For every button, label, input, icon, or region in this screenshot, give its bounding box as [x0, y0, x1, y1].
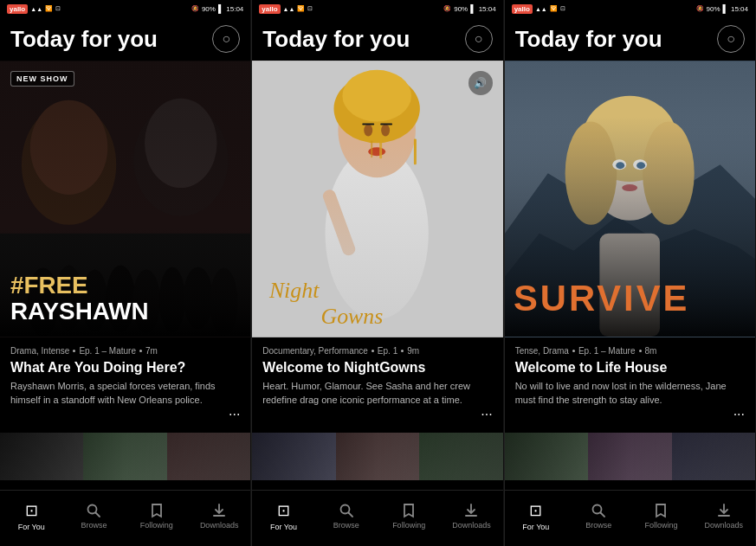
- avatar-button-2[interactable]: ○: [465, 25, 493, 53]
- show-desc-1: Rayshawn Morris, a special forces vetera…: [10, 380, 240, 407]
- status-muted-3: 🔕: [696, 5, 704, 12]
- bookmark-icon-2: [401, 503, 417, 518]
- more-button-3[interactable]: ···: [733, 407, 745, 422]
- nav-following-3[interactable]: Following: [630, 503, 692, 530]
- thumbnail-strip-2: [252, 433, 502, 480]
- yallo-brand-1: yallo: [7, 4, 28, 14]
- main-content-1: #FREE RAYSHAWN NEW SHOW Drama, Intense E…: [0, 61, 250, 490]
- thumb-6: [419, 433, 502, 480]
- more-button-1[interactable]: ···: [229, 407, 240, 422]
- thumb-images-1: [0, 433, 250, 480]
- battery-icon-1: ▌: [218, 4, 223, 13]
- show-ep-3: Ep. 1 – Mature: [578, 346, 636, 356]
- meta-dot-1: [73, 350, 75, 352]
- battery-percent-1: 90%: [202, 5, 216, 13]
- nav-for-you-2[interactable]: ⊡ For You: [252, 501, 314, 531]
- status-left-2: yallo ▲▲ 🛜 ⊡: [259, 4, 313, 14]
- svg-text:#FREE: #FREE: [10, 272, 88, 299]
- nav-label-following-1: Following: [140, 521, 173, 530]
- bookmark-icon-3: [653, 503, 669, 518]
- avatar-button-3[interactable]: ○: [717, 25, 745, 53]
- show-ep-1: Ep. 1 – Mature: [79, 346, 136, 356]
- mute-icon-2: 🔊: [474, 77, 487, 89]
- show-info-2: Documentary, Performance Ep. 1 9m Welcom…: [252, 337, 502, 433]
- nav-label-browse-2: Browse: [333, 521, 359, 530]
- search-icon-3: [591, 503, 606, 518]
- nav-for-you-1[interactable]: ⊡ For You: [0, 501, 62, 531]
- nav-label-for-you-1: For You: [18, 523, 45, 531]
- show-info-3: Tense, Drama Ep. 1 – Mature 8m Welcome t…: [505, 337, 755, 433]
- show-duration-2: 9m: [407, 346, 419, 356]
- meta-dot-6: [639, 350, 642, 352]
- nav-downloads-1[interactable]: Downloads: [188, 503, 250, 530]
- nav-for-you-3[interactable]: ⊡ For You: [505, 501, 567, 531]
- svg-line-56: [601, 513, 605, 517]
- show-image-2[interactable]: Night Gowns 🔊: [252, 61, 502, 337]
- page-title-1: Today for you: [10, 26, 158, 53]
- battery-icon-2: ▌: [470, 4, 475, 13]
- nav-browse-2[interactable]: Browse: [315, 503, 378, 530]
- status-right-2: 🔕 90% ▌ 15:04: [443, 4, 495, 13]
- nav-downloads-2[interactable]: Downloads: [440, 503, 502, 530]
- thumb-images-3: [505, 433, 755, 480]
- show-artwork-3: SURVIVE: [505, 61, 755, 337]
- nav-following-1[interactable]: Following: [126, 503, 188, 530]
- status-time-1: 15:04: [226, 5, 243, 13]
- show-genre-1: Drama, Intense: [10, 346, 69, 356]
- svg-text:Night: Night: [268, 278, 320, 303]
- status-wifi-1: 🛜: [45, 5, 53, 12]
- meta-dot-5: [572, 350, 575, 352]
- meta-dot-4: [401, 350, 404, 352]
- nav-downloads-3[interactable]: Downloads: [693, 503, 755, 530]
- thumbnail-strip-3: [505, 433, 755, 480]
- status-wifi-2: 🛜: [297, 5, 305, 12]
- status-bar-2: yallo ▲▲ 🛜 ⊡ 🔕 90% ▌ 15:04: [252, 0, 502, 17]
- status-muted-1: 🔕: [191, 5, 199, 12]
- show-duration-3: 8m: [645, 346, 657, 356]
- svg-text:Gowns: Gowns: [321, 304, 384, 329]
- mute-button-2[interactable]: 🔊: [468, 71, 493, 95]
- thumb-1: [0, 433, 83, 480]
- cast-icon-1: ⊡: [55, 5, 61, 12]
- show-meta-1: Drama, Intense Ep. 1 – Mature 7m: [10, 346, 240, 356]
- phone-panel-2: yallo ▲▲ 🛜 ⊡ 🔕 90% ▌ 15:04 Today for you…: [252, 0, 503, 546]
- home-icon-3: ⊡: [529, 501, 542, 520]
- svg-text:SURVIVE: SURVIVE: [514, 278, 689, 318]
- yallo-brand-2: yallo: [259, 4, 280, 14]
- svg-rect-19: [213, 515, 225, 517]
- download-icon-1: [211, 503, 227, 518]
- show-ep-2: Ep. 1: [378, 346, 397, 356]
- show-meta-2: Documentary, Performance Ep. 1 9m: [262, 346, 492, 356]
- person-icon-3: ○: [727, 31, 735, 47]
- cast-icon-3: ⊡: [560, 5, 565, 12]
- show-image-1[interactable]: #FREE RAYSHAWN NEW SHOW: [0, 61, 250, 337]
- status-wifi-3: 🛜: [550, 5, 558, 12]
- thumb-4: [252, 433, 335, 480]
- home-icon-1: ⊡: [25, 501, 38, 520]
- more-button-2[interactable]: ···: [481, 407, 492, 422]
- nav-browse-1[interactable]: Browse: [62, 503, 125, 530]
- cast-icon-2: ⊡: [307, 5, 313, 12]
- svg-rect-57: [718, 515, 730, 517]
- bottom-nav-3: ⊡ For You Browse Following Downloads: [505, 490, 755, 546]
- svg-text:RAYSHAWN: RAYSHAWN: [10, 298, 149, 324]
- phone-panel-1: yallo ▲▲ 🛜 ⊡ 🔕 90% ▌ 15:04 Today for you…: [0, 0, 251, 546]
- status-muted-2: 🔕: [443, 5, 451, 12]
- page-title-2: Today for you: [262, 26, 410, 53]
- show-image-3[interactable]: SURVIVE: [505, 61, 755, 337]
- thumb-7: [505, 433, 588, 480]
- nav-following-2[interactable]: Following: [378, 503, 440, 530]
- download-icon-3: [716, 503, 732, 518]
- status-signal-3: ▲▲: [535, 6, 547, 12]
- status-signal-2: ▲▲: [283, 6, 295, 12]
- status-bar-3: yallo ▲▲ 🛜 ⊡ 🔕 90% ▌ 15:04: [505, 0, 755, 17]
- status-right-1: 🔕 90% ▌ 15:04: [191, 4, 243, 13]
- battery-icon-3: ▌: [723, 4, 728, 13]
- show-artwork-1: #FREE RAYSHAWN: [0, 61, 250, 337]
- nav-browse-3[interactable]: Browse: [567, 503, 630, 530]
- avatar-button-1[interactable]: ○: [212, 25, 240, 53]
- status-time-2: 15:04: [479, 5, 496, 13]
- person-icon-1: ○: [222, 31, 230, 47]
- nav-label-for-you-2: For You: [270, 523, 297, 531]
- thumb-2: [83, 433, 166, 480]
